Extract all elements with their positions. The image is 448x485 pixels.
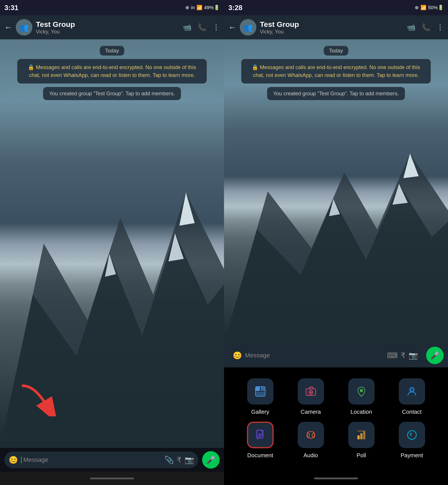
- attach-audio[interactable]: Audio: [288, 422, 334, 459]
- left-voice-call-icon[interactable]: 📞: [198, 23, 207, 31]
- signal-icon: 📶: [196, 5, 202, 10]
- right-keyboard-button[interactable]: ⌨: [387, 351, 398, 360]
- right-rupee-button[interactable]: ₹: [401, 351, 406, 360]
- left-group-name: Test Group: [36, 20, 179, 29]
- left-emoji-button[interactable]: 😊: [9, 455, 18, 464]
- svg-rect-13: [261, 387, 265, 391]
- right-encryption-notice[interactable]: 🔒 Messages and calls are end-to-end encr…: [241, 59, 431, 84]
- left-mic-button[interactable]: 🎤: [202, 451, 220, 469]
- left-status-bar: 3:31 ⊕ in 📶 49%🔋: [0, 0, 224, 15]
- left-chat-bg: Today 🔒 Messages and calls are end-to-en…: [0, 39, 224, 448]
- svg-rect-28: [357, 435, 360, 439]
- contact-icon: [399, 378, 425, 405]
- document-icon: ≡: [247, 422, 273, 448]
- right-emoji-button[interactable]: 😊: [233, 351, 242, 360]
- contact-label: Contact: [402, 408, 422, 415]
- left-encryption-notice[interactable]: 🔒 Messages and calls are end-to-end encr…: [17, 59, 207, 84]
- right-mountain-svg: [224, 115, 448, 343]
- attach-payment[interactable]: ₹ Payment: [389, 422, 435, 459]
- right-voice-call-icon[interactable]: 📞: [422, 23, 431, 31]
- left-message-placeholder[interactable]: Message: [21, 456, 161, 464]
- right-date-badge: Today: [324, 46, 348, 55]
- right-chat-info: Test Group Vicky, You: [260, 20, 403, 35]
- right-system-messages: Today 🔒 Messages and calls are end-to-en…: [224, 39, 448, 100]
- right-header-actions: 📹 📞 ⋮: [407, 23, 444, 31]
- right-camera-button[interactable]: 📷: [409, 351, 418, 360]
- right-battery-icon: 50%🔋: [428, 5, 444, 10]
- right-time: 3:28: [228, 4, 242, 12]
- attach-gallery[interactable]: Gallery: [237, 378, 283, 415]
- svg-rect-30: [363, 431, 365, 439]
- left-rupee-button[interactable]: ₹: [177, 455, 182, 464]
- right-signal-icon: 📶: [420, 5, 426, 10]
- right-mic-button[interactable]: 🎤: [426, 347, 444, 364]
- left-video-call-icon[interactable]: 📹: [183, 23, 192, 31]
- right-status-bar: 3:28 ⊕ 📶 50%🔋: [224, 0, 448, 15]
- left-date-badge: Today: [100, 46, 124, 55]
- location-label: Location: [351, 408, 372, 415]
- svg-rect-14: [256, 392, 265, 396]
- left-attach-button[interactable]: 📎: [165, 455, 174, 464]
- left-nav-bar: [0, 472, 224, 485]
- right-home-indicator: [314, 477, 358, 479]
- right-message-placeholder[interactable]: Message: [245, 352, 384, 359]
- attach-camera[interactable]: Camera: [288, 378, 334, 415]
- right-video-call-icon[interactable]: 📹: [407, 23, 416, 31]
- payment-label: Payment: [400, 452, 423, 459]
- left-status-icons: ⊕ in 📶 49%🔋: [185, 5, 220, 10]
- left-phone-panel: 3:31 ⊕ in 📶 49%🔋 ← 👥 Test Group Vicky, Y…: [0, 0, 224, 485]
- left-chat-header: ← 👥 Test Group Vicky, You 📹 📞 ⋮: [0, 15, 224, 39]
- poll-label: Poll: [357, 452, 366, 459]
- right-whatsapp-icon: ⊕: [415, 5, 419, 10]
- left-arrow-annotation: [17, 381, 57, 417]
- attach-document[interactable]: ≡ Document: [237, 422, 283, 459]
- location-icon: [348, 378, 375, 405]
- document-label: Document: [247, 452, 273, 459]
- left-back-button[interactable]: ←: [4, 23, 12, 32]
- right-input-field[interactable]: 😊 Message ⌨ ₹ 📷: [228, 347, 422, 364]
- right-group-created-notice[interactable]: You created group "Test Group". Tap to a…: [267, 87, 405, 100]
- right-group-avatar[interactable]: 👥: [240, 19, 256, 36]
- left-time: 3:31: [4, 4, 18, 12]
- left-group-created-notice[interactable]: You created group "Test Group". Tap to a…: [43, 87, 181, 100]
- audio-icon: [298, 422, 324, 448]
- right-nav-bar: [224, 472, 448, 485]
- right-chat-header: ← 👥 Test Group Vicky, You 📹 📞 ⋮: [224, 15, 448, 39]
- left-group-avatar[interactable]: 👥: [16, 19, 32, 36]
- left-input-bar: 😊 Message 📎 ₹ 📷 🎤: [0, 448, 224, 472]
- right-more-options-icon[interactable]: ⋮: [437, 23, 444, 31]
- left-input-field[interactable]: 😊 Message 📎 ₹ 📷: [4, 452, 198, 468]
- right-back-button[interactable]: ←: [228, 23, 236, 32]
- whatsapp-icon: ⊕: [185, 5, 189, 10]
- linkedin-icon: in: [191, 5, 195, 10]
- camera-label: Camera: [301, 408, 321, 415]
- svg-point-20: [410, 388, 414, 392]
- poll-icon: [348, 422, 375, 448]
- attach-location[interactable]: Location: [338, 378, 384, 415]
- left-header-actions: 📹 📞 ⋮: [183, 23, 220, 31]
- svg-rect-29: [360, 433, 362, 439]
- attach-contact[interactable]: Contact: [389, 378, 435, 415]
- gallery-label: Gallery: [251, 408, 269, 415]
- right-group-subtitle: Vicky, You: [260, 29, 403, 35]
- gallery-icon: [247, 378, 273, 405]
- svg-text:₹: ₹: [409, 432, 412, 438]
- attach-poll[interactable]: Poll: [338, 422, 384, 459]
- red-arrow-svg: [17, 381, 57, 416]
- left-home-indicator: [90, 477, 134, 479]
- battery-icon: 49%🔋: [204, 5, 220, 10]
- svg-point-17: [310, 391, 312, 393]
- svg-text:≡: ≡: [257, 437, 259, 440]
- left-chat-info: Test Group Vicky, You: [36, 20, 179, 35]
- left-camera-button[interactable]: 📷: [185, 455, 194, 464]
- camera-icon: [298, 378, 324, 405]
- svg-point-18: [360, 389, 363, 392]
- right-chat-bg: Today 🔒 Messages and calls are end-to-en…: [224, 39, 448, 343]
- right-input-bar: 😊 Message ⌨ ₹ 📷 🎤: [224, 343, 448, 368]
- svg-rect-12: [256, 387, 260, 391]
- audio-label: Audio: [304, 452, 318, 459]
- left-system-messages: Today 🔒 Messages and calls are end-to-en…: [0, 39, 224, 100]
- right-status-icons: ⊕ 📶 50%🔋: [415, 5, 444, 10]
- left-more-options-icon[interactable]: ⋮: [213, 23, 220, 31]
- payment-icon: ₹: [399, 422, 425, 448]
